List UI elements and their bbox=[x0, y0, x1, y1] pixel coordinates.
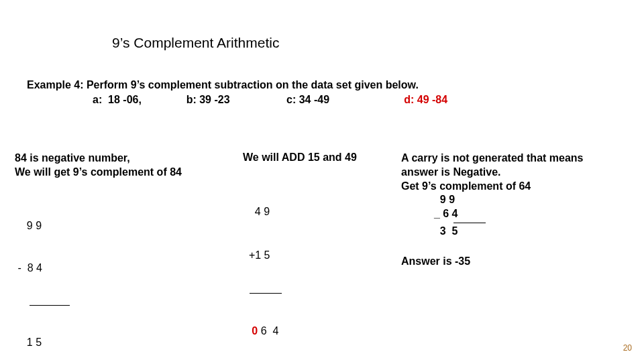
col2-head: We will ADD 15 and 49 bbox=[243, 152, 357, 164]
item-b: b: 39 -23 bbox=[186, 94, 230, 105]
col3-n1: 9 9 bbox=[401, 193, 584, 207]
col3-n2: _ 6 4 bbox=[401, 207, 584, 221]
item-d: d: 49 -84 bbox=[404, 94, 447, 105]
col1-calc: 9 9 - 8 4 1 5 bbox=[15, 192, 182, 362]
example-prompt: Example 4: Perform 9’s complement subtra… bbox=[27, 79, 419, 91]
col1-c3: 1 5 bbox=[15, 336, 182, 350]
col3-p1: A carry is not generated that means bbox=[401, 152, 584, 166]
col1-line1: 84 is negative number, bbox=[15, 152, 182, 166]
col3-p3: Get 9’s complement of 64 bbox=[401, 180, 584, 194]
column-3: A carry is not generated that means answ… bbox=[401, 152, 584, 269]
item-a: a: 18 -06, bbox=[93, 94, 142, 105]
col3-rule bbox=[453, 223, 486, 223]
col2-calc: 4 9 +1 5 0 6 4 bbox=[243, 176, 357, 362]
carry-zero: 0 bbox=[252, 325, 258, 337]
col3-p1b: not bbox=[453, 152, 470, 164]
col2-rest: 6 4 bbox=[258, 325, 278, 337]
col2-result: 0 6 4 bbox=[243, 324, 357, 339]
col2-c2: +1 5 bbox=[243, 248, 357, 263]
col3-p1c: generated that means bbox=[470, 152, 584, 164]
page-number: 20 bbox=[623, 343, 632, 353]
col3-result: 3 5 bbox=[401, 225, 584, 239]
col1-c2: - 8 4 bbox=[15, 261, 182, 276]
col3-p1a: A carry is bbox=[401, 152, 453, 164]
col3-answer: Answer is -35 bbox=[401, 255, 584, 269]
slide-title: 9’s Complement Arithmetic bbox=[112, 35, 279, 51]
col2-c1: 4 9 bbox=[243, 204, 357, 219]
col1-line2: We will get 9’s complement of 84 bbox=[15, 166, 182, 180]
col1-c1: 9 9 bbox=[15, 219, 182, 233]
column-1: 84 is negative number, We will get 9’s c… bbox=[15, 152, 182, 362]
example-items: a: 18 -06, b: 39 -23 c: 34 -49 d: 49 -84 bbox=[93, 94, 447, 106]
column-2: We will ADD 15 and 49 4 9 +1 5 0 6 4 bbox=[243, 152, 357, 362]
col2-rule bbox=[250, 293, 282, 294]
col3-p2: answer is Negative. bbox=[401, 166, 584, 180]
item-c: c: 34 -49 bbox=[286, 94, 329, 105]
col1-rule bbox=[30, 305, 70, 306]
